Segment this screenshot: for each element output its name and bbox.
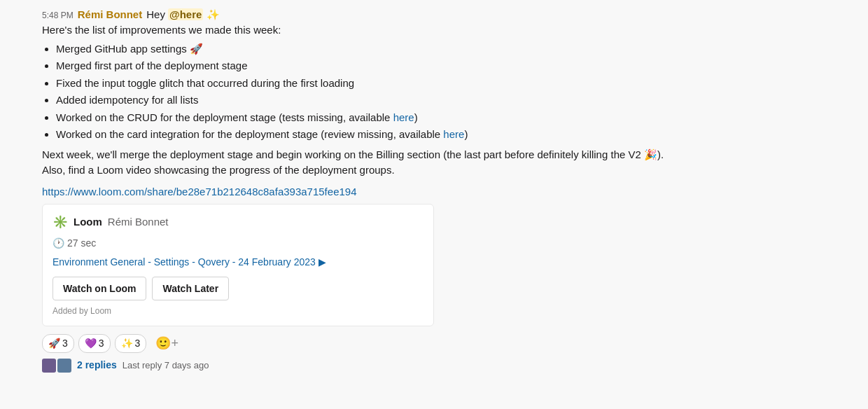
add-reaction-button[interactable]: 🙂+ [150,332,183,355]
reply-avatar-2 [57,359,71,373]
here-link-2[interactable]: here [443,128,464,140]
reply-avatar-1 [42,359,56,373]
reaction-emoji: 💜 [85,336,97,351]
timestamp: 5:48 PM [42,11,74,20]
last-reply-time: Last reply 7 days ago [122,359,209,373]
mention: @here [168,8,203,20]
message: 5:48 PM Rémi Bonnet Hey @here ✨ Here's t… [0,6,868,375]
list-item: Merged GitHub app settings 🚀 [56,41,857,57]
avatar [11,10,36,35]
loom-duration: 🕐 27 sec [52,236,424,251]
loom-title-link[interactable]: Environment General - Settings - Qovery … [52,255,424,270]
list-item: Merged first part of the deployment stag… [56,58,857,74]
list-item: Worked on the card integration for the d… [56,127,857,143]
added-by: Added by Loom [52,305,424,317]
next-week-text: Next week, we'll merge the deployment st… [42,147,857,179]
watch-later-button[interactable]: Watch Later [152,277,229,300]
reaction-emoji: 🚀 [48,336,60,351]
replies-link[interactable]: 2 replies [77,358,117,373]
replies-row: 2 replies Last reply 7 days ago [42,358,857,373]
loom-header: ✳️ Loom Rémi Bonnet [52,213,424,232]
message-body: Here's the list of improvements we made … [42,22,857,373]
smiley-icon: 🙂+ [155,334,178,353]
loom-buttons: Watch on Loom Watch Later [52,277,424,300]
here-link-1[interactable]: here [393,111,414,123]
reaction-emoji: ✨ [121,336,133,351]
improvements-list: Merged GitHub app settings 🚀 Merged firs… [56,41,857,143]
loom-creator: Rémi Bonnet [108,214,169,230]
list-item: Added idempotency for all lists [56,92,857,109]
loom-embed: ✳️ Loom Rémi Bonnet 🕐 27 sec Environment… [42,204,434,326]
intro-text: Here's the list of improvements we made … [42,22,857,39]
watch-on-loom-button[interactable]: Watch on Loom [52,277,146,300]
loom-url[interactable]: https://www.loom.com/share/be28e71b21264… [42,184,857,200]
reaction-heart[interactable]: 💜 3 [78,334,111,353]
reaction-sparkle[interactable]: ✨ 3 [115,334,147,353]
reaction-count: 3 [62,336,68,351]
reply-avatars [42,359,71,373]
message-header: 5:48 PM Rémi Bonnet Hey @here ✨ [42,8,857,21]
list-item: Worked on the CRUD for the deployment st… [56,110,857,126]
list-item: Fixed the input toggle glitch that occur… [56,76,857,92]
reaction-rocket[interactable]: 🚀 3 [42,334,74,353]
reactions: 🚀 3 💜 3 ✨ 3 🙂+ [42,332,857,355]
greeting: Hey @here ✨ [146,8,219,21]
loom-brand: Loom [74,214,102,230]
avatar-area [11,8,36,373]
loom-icon: ✳️ [52,213,68,232]
sender-name: Rémi Bonnet [78,8,143,20]
reaction-count: 3 [135,336,141,351]
reaction-count: 3 [99,336,104,351]
message-content: 5:48 PM Rémi Bonnet Hey @here ✨ Here's t… [42,8,857,373]
